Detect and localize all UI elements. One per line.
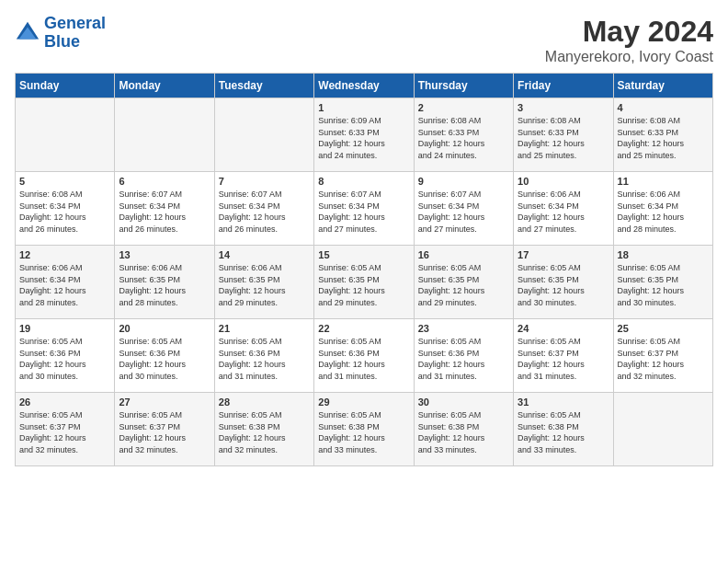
calendar-cell (613, 393, 712, 466)
day-info: Sunrise: 6:08 AM Sunset: 6:34 PM Dayligh… (19, 189, 110, 235)
day-info: Sunrise: 6:05 AM Sunset: 6:35 PM Dayligh… (518, 262, 609, 308)
calendar-week-3: 12Sunrise: 6:06 AM Sunset: 6:34 PM Dayli… (16, 246, 713, 319)
calendar-cell (214, 98, 313, 172)
calendar-cell: 13Sunrise: 6:06 AM Sunset: 6:35 PM Dayli… (115, 246, 214, 319)
day-number: 5 (19, 176, 110, 187)
day-number: 16 (418, 249, 509, 260)
day-header-wednesday: Wednesday (314, 74, 414, 98)
calendar-cell: 24Sunrise: 6:05 AM Sunset: 6:37 PM Dayli… (514, 319, 613, 393)
day-number: 23 (418, 323, 509, 334)
calendar-cell: 15Sunrise: 6:05 AM Sunset: 6:35 PM Dayli… (314, 246, 414, 319)
title-area: May 2024 Manyerekoro, Ivory Coast (545, 15, 713, 65)
day-number: 8 (318, 176, 409, 187)
day-info: Sunrise: 6:07 AM Sunset: 6:34 PM Dayligh… (318, 189, 409, 235)
day-number: 20 (119, 323, 210, 334)
day-header-sunday: Sunday (16, 74, 115, 98)
calendar-cell: 25Sunrise: 6:05 AM Sunset: 6:37 PM Dayli… (613, 319, 712, 393)
calendar-cell: 27Sunrise: 6:05 AM Sunset: 6:37 PM Dayli… (115, 393, 214, 466)
logo-text: General Blue (44, 15, 106, 52)
day-info: Sunrise: 6:06 AM Sunset: 6:35 PM Dayligh… (219, 262, 310, 308)
calendar-cell: 14Sunrise: 6:06 AM Sunset: 6:35 PM Dayli… (214, 246, 313, 319)
subtitle: Manyerekoro, Ivory Coast (545, 49, 713, 65)
day-info: Sunrise: 6:08 AM Sunset: 6:33 PM Dayligh… (518, 115, 609, 161)
header: General Blue May 2024 Manyerekoro, Ivory… (15, 15, 713, 65)
day-number: 24 (518, 323, 609, 334)
day-info: Sunrise: 6:05 AM Sunset: 6:37 PM Dayligh… (19, 409, 110, 455)
day-number: 4 (618, 102, 709, 113)
calendar-cell: 23Sunrise: 6:05 AM Sunset: 6:36 PM Dayli… (414, 319, 513, 393)
day-number: 7 (219, 176, 310, 187)
logo-icon (15, 20, 40, 46)
calendar-week-1: 1Sunrise: 6:09 AM Sunset: 6:33 PM Daylig… (16, 98, 713, 172)
calendar-cell: 10Sunrise: 6:06 AM Sunset: 6:34 PM Dayli… (514, 172, 613, 246)
day-number: 21 (219, 323, 310, 334)
day-info: Sunrise: 6:07 AM Sunset: 6:34 PM Dayligh… (119, 189, 210, 235)
day-number: 15 (318, 249, 409, 260)
day-info: Sunrise: 6:05 AM Sunset: 6:36 PM Dayligh… (318, 336, 409, 382)
calendar-cell: 30Sunrise: 6:05 AM Sunset: 6:38 PM Dayli… (414, 393, 513, 466)
calendar-cell (16, 98, 115, 172)
calendar-cell: 20Sunrise: 6:05 AM Sunset: 6:36 PM Dayli… (115, 319, 214, 393)
day-info: Sunrise: 6:05 AM Sunset: 6:37 PM Dayligh… (618, 336, 709, 382)
day-number: 17 (518, 249, 609, 260)
calendar-week-2: 5Sunrise: 6:08 AM Sunset: 6:34 PM Daylig… (16, 172, 713, 246)
day-info: Sunrise: 6:05 AM Sunset: 6:36 PM Dayligh… (119, 336, 210, 382)
calendar-cell: 6Sunrise: 6:07 AM Sunset: 6:34 PM Daylig… (115, 172, 214, 246)
day-number: 3 (518, 102, 609, 113)
calendar-cell: 19Sunrise: 6:05 AM Sunset: 6:36 PM Dayli… (16, 319, 115, 393)
calendar-cell: 17Sunrise: 6:05 AM Sunset: 6:35 PM Dayli… (514, 246, 613, 319)
calendar-cell: 12Sunrise: 6:06 AM Sunset: 6:34 PM Dayli… (16, 246, 115, 319)
day-number: 30 (418, 396, 509, 408)
calendar-cell: 2Sunrise: 6:08 AM Sunset: 6:33 PM Daylig… (414, 98, 513, 172)
day-number: 2 (418, 102, 509, 113)
day-info: Sunrise: 6:05 AM Sunset: 6:38 PM Dayligh… (518, 409, 609, 455)
calendar-cell: 9Sunrise: 6:07 AM Sunset: 6:34 PM Daylig… (414, 172, 513, 246)
day-header-thursday: Thursday (414, 74, 513, 98)
day-info: Sunrise: 6:07 AM Sunset: 6:34 PM Dayligh… (418, 189, 509, 235)
day-number: 13 (119, 249, 210, 260)
day-number: 14 (219, 249, 310, 260)
day-info: Sunrise: 6:05 AM Sunset: 6:38 PM Dayligh… (418, 409, 509, 455)
day-info: Sunrise: 6:09 AM Sunset: 6:33 PM Dayligh… (318, 115, 409, 161)
calendar-cell: 31Sunrise: 6:05 AM Sunset: 6:38 PM Dayli… (514, 393, 613, 466)
calendar-cell: 16Sunrise: 6:05 AM Sunset: 6:35 PM Dayli… (414, 246, 513, 319)
calendar-cell: 29Sunrise: 6:05 AM Sunset: 6:38 PM Dayli… (314, 393, 414, 466)
calendar-cell: 22Sunrise: 6:05 AM Sunset: 6:36 PM Dayli… (314, 319, 414, 393)
day-header-tuesday: Tuesday (214, 74, 313, 98)
day-info: Sunrise: 6:05 AM Sunset: 6:35 PM Dayligh… (318, 262, 409, 308)
calendar-table: SundayMondayTuesdayWednesdayThursdayFrid… (15, 73, 713, 466)
day-info: Sunrise: 6:05 AM Sunset: 6:36 PM Dayligh… (418, 336, 509, 382)
calendar-cell: 7Sunrise: 6:07 AM Sunset: 6:34 PM Daylig… (214, 172, 313, 246)
day-number: 25 (618, 323, 709, 334)
day-info: Sunrise: 6:05 AM Sunset: 6:37 PM Dayligh… (518, 336, 609, 382)
day-info: Sunrise: 6:05 AM Sunset: 6:38 PM Dayligh… (318, 409, 409, 455)
day-info: Sunrise: 6:06 AM Sunset: 6:34 PM Dayligh… (618, 189, 709, 235)
day-number: 18 (618, 249, 709, 260)
day-number: 26 (19, 396, 110, 408)
calendar-header-row: SundayMondayTuesdayWednesdayThursdayFrid… (16, 74, 713, 98)
main-title: May 2024 (545, 15, 713, 49)
day-info: Sunrise: 6:05 AM Sunset: 6:36 PM Dayligh… (219, 336, 310, 382)
calendar-cell (115, 98, 214, 172)
day-info: Sunrise: 6:05 AM Sunset: 6:36 PM Dayligh… (19, 336, 110, 382)
day-header-saturday: Saturday (613, 74, 712, 98)
day-number: 22 (318, 323, 409, 334)
calendar-cell: 28Sunrise: 6:05 AM Sunset: 6:38 PM Dayli… (214, 393, 313, 466)
calendar-cell: 1Sunrise: 6:09 AM Sunset: 6:33 PM Daylig… (314, 98, 414, 172)
day-number: 11 (618, 176, 709, 187)
day-number: 29 (318, 396, 409, 408)
calendar-cell: 26Sunrise: 6:05 AM Sunset: 6:37 PM Dayli… (16, 393, 115, 466)
day-info: Sunrise: 6:06 AM Sunset: 6:34 PM Dayligh… (19, 262, 110, 308)
day-number: 19 (19, 323, 110, 334)
day-info: Sunrise: 6:05 AM Sunset: 6:38 PM Dayligh… (219, 409, 310, 455)
day-info: Sunrise: 6:05 AM Sunset: 6:37 PM Dayligh… (119, 409, 210, 455)
calendar-cell: 11Sunrise: 6:06 AM Sunset: 6:34 PM Dayli… (613, 172, 712, 246)
day-header-friday: Friday (514, 74, 613, 98)
day-info: Sunrise: 6:08 AM Sunset: 6:33 PM Dayligh… (418, 115, 509, 161)
day-info: Sunrise: 6:06 AM Sunset: 6:35 PM Dayligh… (119, 262, 210, 308)
day-number: 10 (518, 176, 609, 187)
day-number: 12 (19, 249, 110, 260)
day-number: 6 (119, 176, 210, 187)
calendar-cell: 8Sunrise: 6:07 AM Sunset: 6:34 PM Daylig… (314, 172, 414, 246)
day-number: 27 (119, 396, 210, 408)
